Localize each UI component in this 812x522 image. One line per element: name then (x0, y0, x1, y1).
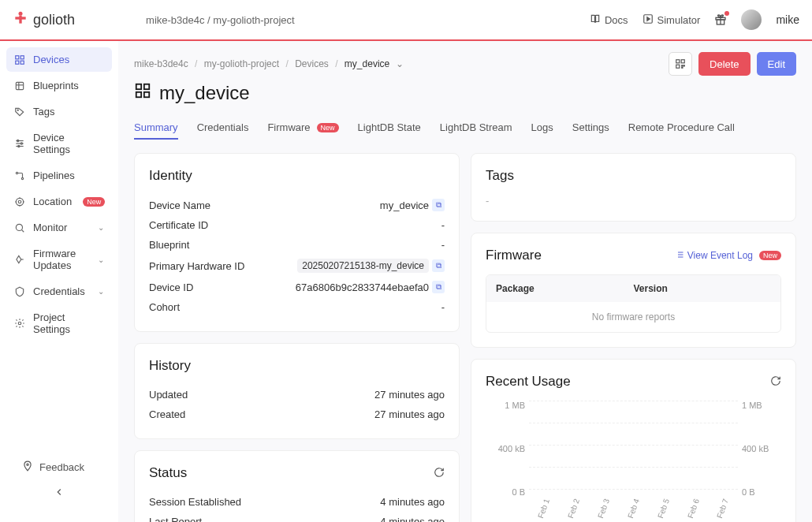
svg-rect-37 (682, 65, 683, 66)
session-label: Session Established (149, 496, 241, 508)
list-icon (675, 250, 684, 262)
svg-rect-2 (15, 17, 25, 19)
logo[interactable]: golioth (13, 10, 75, 30)
refresh-icon[interactable] (434, 467, 445, 480)
feedback-link[interactable]: Feedback (14, 456, 104, 479)
tabs: Summary Credentials Firmware New LightDB… (134, 117, 796, 140)
shield-icon (14, 286, 25, 297)
gear-icon (14, 318, 25, 329)
history-card: History Updated 27 minutes ago Created 2… (134, 343, 460, 439)
devid-value: 67a6806b9c2833744ebaefa0 (296, 282, 429, 293)
tab-lightdb-state[interactable]: LightDB State (358, 117, 421, 140)
svg-rect-9 (16, 61, 19, 64)
header-breadcrumb[interactable]: mike-b3de4c / my-golioth-project (146, 14, 295, 26)
qr-button[interactable] (669, 52, 692, 76)
identity-card: Identity Device Name my_device ⧉ Certifi… (134, 153, 460, 332)
tags-card: Tags - (471, 153, 796, 222)
sidebar-item-blueprints[interactable]: Blueprints (6, 73, 112, 98)
copy-icon[interactable]: ⧉ (432, 281, 445, 293)
usage-card: Recent Usage 1 MB 400 kB 0 B 1 MB 400 kB… (471, 359, 796, 522)
username[interactable]: mike (776, 13, 799, 26)
col-version: Version (634, 283, 772, 294)
simulator-link[interactable]: Simulator (643, 13, 701, 27)
delete-button[interactable]: Delete (698, 52, 751, 76)
grid-icon (14, 54, 25, 65)
sidebar-item-label: Firmware Updates (33, 248, 90, 271)
card-title: Recent Usage (486, 374, 571, 390)
play-box-icon (643, 13, 654, 27)
avatar[interactable] (741, 9, 762, 30)
svg-rect-43 (144, 92, 149, 97)
copy-icon[interactable]: ⧉ (432, 259, 445, 272)
docs-link[interactable]: Docs (590, 13, 628, 27)
edit-button[interactable]: Edit (757, 52, 796, 76)
chevron-down-icon[interactable]: ⌄ (396, 58, 404, 69)
svg-rect-36 (676, 65, 680, 68)
hwid-value: 20250207215138-my_device (297, 259, 429, 273)
svg-line-30 (21, 229, 24, 232)
y-tick-right: 400 kB (742, 444, 781, 453)
firmware-card: Firmware View Event Log New Package (471, 233, 796, 348)
location-icon (14, 196, 25, 207)
tab-settings[interactable]: Settings (572, 117, 609, 140)
y-tick: 0 B (486, 487, 525, 497)
sidebar: Devices Blueprints Tags Device Settings … (0, 41, 118, 522)
view-event-log-link[interactable]: View Event Log New (675, 250, 781, 262)
refresh-icon[interactable] (770, 375, 781, 389)
tab-logs[interactable]: Logs (531, 117, 553, 140)
tab-lightdb-stream[interactable]: LightDB Stream (440, 117, 512, 140)
tab-firmware[interactable]: Firmware New (267, 117, 338, 140)
breadcrumb: mike-b3de4c / my-golioth-project / Devic… (134, 58, 404, 69)
tab-firmware-label: Firmware (267, 121, 310, 133)
firmware-icon (14, 254, 25, 265)
sidebar-item-label: Project Settings (33, 311, 104, 335)
collapse-sidebar-button[interactable] (14, 479, 104, 508)
breadcrumb-section[interactable]: Devices (295, 58, 329, 69)
x-tick: Feb 2 (566, 498, 581, 520)
col-package: Package (496, 283, 634, 294)
sidebar-item-project-settings[interactable]: Project Settings (6, 305, 112, 341)
updated-label: Updated (149, 389, 188, 401)
svg-rect-10 (20, 61, 24, 64)
sidebar-item-credentials[interactable]: Credentials ⌄ (6, 279, 112, 304)
svg-rect-40 (136, 84, 141, 89)
tab-rpc[interactable]: Remote Procedure Call (628, 117, 735, 140)
tab-summary[interactable]: Summary (134, 117, 178, 140)
card-title: Status (149, 465, 187, 481)
gift-icon[interactable] (714, 13, 727, 26)
x-tick: Feb 6 (686, 498, 701, 520)
sidebar-item-location[interactable]: Location New (6, 189, 112, 214)
svg-rect-42 (136, 92, 141, 97)
page-title-text: my_device (159, 82, 250, 104)
svg-rect-39 (682, 67, 683, 68)
sidebar-item-tags[interactable]: Tags (6, 99, 112, 124)
sidebar-item-pipelines[interactable]: Pipelines (6, 163, 112, 188)
hwid-label: Primary Hardware ID (149, 260, 244, 272)
tab-credentials[interactable]: Credentials (197, 117, 249, 140)
sidebar-item-firmware-updates[interactable]: Firmware Updates ⌄ (6, 241, 112, 278)
tag-icon (14, 106, 25, 117)
cohort-value: - (441, 301, 445, 313)
sidebar-item-devices[interactable]: Devices (6, 47, 112, 72)
svg-point-24 (18, 200, 21, 203)
simulator-label: Simulator (657, 14, 701, 26)
y-tick-right: 1 MB (742, 401, 781, 410)
x-tick: Feb 3 (596, 498, 611, 520)
main-content: mike-b3de4c / my-golioth-project / Devic… (118, 41, 812, 522)
blueprint-label: Blueprint (149, 239, 189, 251)
sidebar-item-monitor[interactable]: Monitor ⌄ (6, 215, 112, 240)
report-value: 4 minutes ago (380, 516, 445, 522)
pin-icon (22, 460, 33, 474)
svg-rect-38 (683, 65, 684, 66)
page-title: my_device (134, 82, 796, 104)
search-icon (14, 222, 25, 233)
device-name-value: my_device (380, 199, 429, 211)
breadcrumb-org[interactable]: mike-b3de4c (134, 58, 188, 69)
sidebar-item-device-settings[interactable]: Device Settings (6, 125, 112, 162)
svg-rect-11 (16, 82, 23, 89)
svg-rect-34 (676, 60, 680, 63)
copy-icon[interactable]: ⧉ (432, 199, 445, 211)
breadcrumb-project[interactable]: my-golioth-project (204, 58, 279, 69)
sidebar-item-label: Credentials (33, 285, 85, 297)
sidebar-item-label: Blueprints (33, 80, 79, 91)
